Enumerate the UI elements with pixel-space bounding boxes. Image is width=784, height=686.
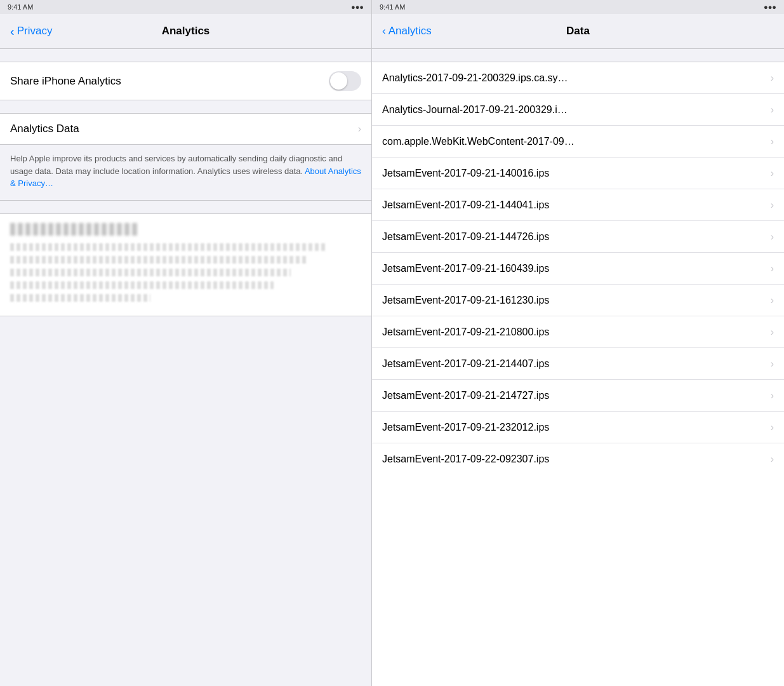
- file-row[interactable]: Analytics-2017-09-21-200329.ips.ca.sy…›: [372, 62, 784, 94]
- file-row[interactable]: JetsamEvent-2017-09-21-232012.ips›: [372, 412, 784, 443]
- file-chevron-icon: ›: [771, 326, 774, 338]
- redacted-line-4: [10, 281, 274, 289]
- analytics-back-button[interactable]: ‹ Analytics: [382, 25, 432, 37]
- redacted-line-5: [10, 294, 150, 302]
- right-nav-title: Data: [566, 25, 590, 37]
- right-status-bar: 9:41 AM ●●●: [372, 0, 784, 14]
- file-chevron-icon: ›: [771, 295, 774, 306]
- analytics-data-label: Analytics Data: [10, 123, 79, 135]
- description-text: Help Apple improve its products and serv…: [10, 152, 361, 190]
- file-row[interactable]: JetsamEvent-2017-09-21-144041.ips›: [372, 189, 784, 221]
- file-chevron-icon: ›: [771, 231, 774, 243]
- redacted-title-bar: [10, 223, 137, 236]
- file-chevron-icon: ›: [771, 390, 774, 401]
- file-name: com.apple.WebKit.WebContent-2017-09…: [382, 136, 771, 147]
- back-chevron-icon: ‹: [10, 25, 15, 37]
- file-chevron-icon: ›: [771, 104, 774, 116]
- file-row[interactable]: JetsamEvent-2017-09-22-092307.ips›: [372, 443, 784, 475]
- right-panel: 9:41 AM ●●● ‹ Analytics Data Analytics-2…: [371, 0, 784, 686]
- right-back-chevron-icon: ‹: [382, 25, 386, 37]
- file-row[interactable]: JetsamEvent-2017-09-21-161230.ips›: [372, 285, 784, 316]
- left-nav-title: Analytics: [162, 25, 210, 37]
- file-chevron-icon: ›: [771, 168, 774, 179]
- file-chevron-icon: ›: [771, 454, 774, 465]
- file-row[interactable]: JetsamEvent-2017-09-21-210800.ips›: [372, 316, 784, 348]
- file-chevron-icon: ›: [771, 136, 774, 147]
- left-nav-bar: ‹ Privacy Analytics: [0, 14, 371, 49]
- privacy-back-button[interactable]: ‹ Privacy: [10, 25, 52, 37]
- analytics-data-section: Analytics Data ›: [0, 113, 371, 145]
- file-row[interactable]: JetsamEvent-2017-09-21-140016.ips›: [372, 158, 784, 189]
- file-name: JetsamEvent-2017-09-21-160439.ips: [382, 263, 771, 274]
- file-chevron-icon: ›: [771, 358, 774, 370]
- right-back-label: Analytics: [389, 25, 432, 37]
- file-name: JetsamEvent-2017-09-22-092307.ips: [382, 454, 771, 465]
- redacted-line-3: [10, 269, 291, 276]
- right-status-icons: ●●●: [764, 3, 776, 11]
- file-name: JetsamEvent-2017-09-21-210800.ips: [382, 326, 771, 338]
- file-name: JetsamEvent-2017-09-21-144726.ips: [382, 231, 771, 243]
- share-analytics-toggle[interactable]: [329, 71, 361, 91]
- analytics-data-row[interactable]: Analytics Data ›: [0, 113, 371, 145]
- share-analytics-row[interactable]: Share iPhone Analytics: [0, 62, 371, 100]
- left-status-icons: ●●●: [351, 3, 364, 11]
- back-label: Privacy: [17, 25, 53, 37]
- file-chevron-icon: ›: [771, 72, 774, 84]
- file-name: JetsamEvent-2017-09-21-144041.ips: [382, 199, 771, 211]
- redacted-line-1: [10, 243, 326, 251]
- file-name: JetsamEvent-2017-09-21-161230.ips: [382, 295, 771, 306]
- redacted-section: [0, 213, 371, 316]
- file-row[interactable]: JetsamEvent-2017-09-21-144726.ips›: [372, 221, 784, 253]
- file-name: JetsamEvent-2017-09-21-214407.ips: [382, 358, 771, 370]
- analytics-data-chevron-icon: ›: [358, 123, 361, 135]
- file-name: JetsamEvent-2017-09-21-214727.ips: [382, 390, 771, 401]
- left-status-bar: 9:41 AM ●●●: [0, 0, 371, 14]
- share-analytics-label: Share iPhone Analytics: [10, 75, 121, 88]
- analytics-description: Help Apple improve its products and serv…: [0, 145, 371, 201]
- left-status-time: 9:41 AM: [8, 3, 33, 11]
- redacted-line-2: [10, 256, 309, 264]
- file-name: JetsamEvent-2017-09-21-140016.ips: [382, 168, 771, 179]
- file-name: JetsamEvent-2017-09-21-232012.ips: [382, 422, 771, 433]
- search-area: [372, 49, 784, 62]
- file-list: Analytics-2017-09-21-200329.ips.ca.sy…›A…: [372, 62, 784, 686]
- file-name: Analytics-Journal-2017-09-21-200329.i…: [382, 104, 771, 116]
- right-nav-bar: ‹ Analytics Data: [372, 14, 784, 49]
- file-chevron-icon: ›: [771, 422, 774, 433]
- toggle-knob: [330, 72, 347, 90]
- file-row[interactable]: Analytics-Journal-2017-09-21-200329.i…›: [372, 94, 784, 126]
- file-name: Analytics-2017-09-21-200329.ips.ca.sy…: [382, 72, 771, 84]
- file-row[interactable]: JetsamEvent-2017-09-21-214727.ips›: [372, 380, 784, 412]
- file-row[interactable]: com.apple.WebKit.WebContent-2017-09…›: [372, 126, 784, 158]
- right-status-time: 9:41 AM: [380, 3, 405, 11]
- left-panel: 9:41 AM ●●● ‹ Privacy Analytics Share iP…: [0, 0, 371, 686]
- file-row[interactable]: JetsamEvent-2017-09-21-214407.ips›: [372, 348, 784, 380]
- file-row[interactable]: JetsamEvent-2017-09-21-160439.ips›: [372, 253, 784, 285]
- file-chevron-icon: ›: [771, 263, 774, 274]
- share-analytics-section: Share iPhone Analytics: [0, 62, 371, 100]
- file-chevron-icon: ›: [771, 199, 774, 211]
